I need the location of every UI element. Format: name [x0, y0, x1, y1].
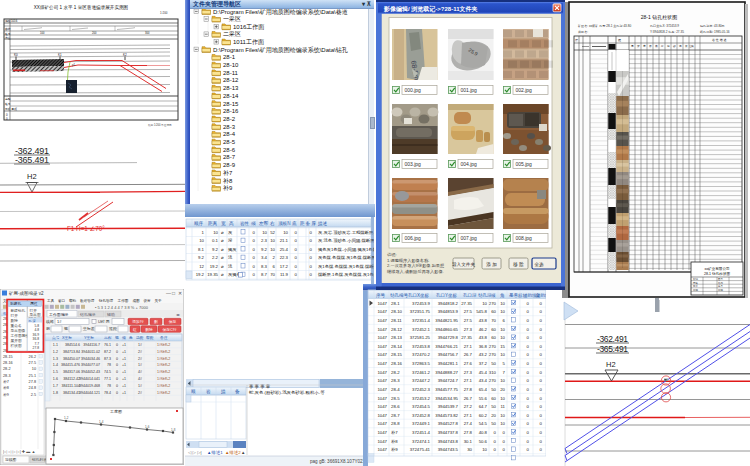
svg-text:10: 10: [500, 352, 505, 357]
svg-text:1#钻孔2: 1#钻孔2: [157, 369, 170, 374]
svg-text:红: 红: [133, 327, 137, 332]
svg-text:工作面: 工作面: [118, 299, 129, 303]
svg-text:3944052.43: 3944052.43: [81, 370, 100, 374]
svg-text:0: 0: [116, 357, 118, 361]
svg-text:70: 70: [491, 318, 496, 323]
svg-text:372453.2: 372453.2: [412, 396, 431, 401]
svg-text:1047: 1047: [377, 396, 387, 401]
svg-text:10: 10: [270, 238, 275, 243]
svg-text:25.4: 25.4: [280, 247, 289, 252]
svg-text:保存C行: 保存C行: [162, 327, 176, 332]
svg-text:厚: 厚: [631, 45, 634, 48]
svg-text:|◁ ◁ ▷ ▷| ✚ ▬ ▲: |◁ ◁ ▷ ▷| ✚ ▬ ▲: [3, 449, 35, 454]
svg-text:0.1: 0.1: [212, 238, 219, 243]
svg-text:层: 层: [649, 45, 652, 48]
svg-text:21.1: 21.1: [280, 238, 289, 243]
svg-text:9.2: 9.2: [261, 247, 268, 252]
svg-text:545.8: 545.8: [476, 309, 487, 314]
svg-text:372449.1: 372449.1: [412, 421, 431, 426]
svg-text:28-15: 28-15: [223, 101, 239, 107]
svg-text:审核: 审核: [693, 281, 698, 285]
svg-text:照: 照: [618, 38, 621, 42]
svg-text:28-14: 28-14: [391, 344, 403, 349]
svg-text:372461.2: 372461.2: [412, 370, 431, 375]
svg-text:372470.2: 372470.2: [412, 352, 431, 357]
svg-text:⌀: ⌀: [221, 272, 224, 277]
svg-text:27.1: 27.1: [464, 344, 473, 349]
svg-text:270: 270: [489, 378, 497, 383]
svg-text:序号: 序号: [376, 293, 386, 298]
svg-text:10: 10: [482, 447, 487, 452]
svg-text:砂: 砂: [672, 44, 676, 48]
svg-text:28-8: 28-8: [391, 421, 400, 426]
svg-text:10: 10: [500, 396, 505, 401]
svg-text:1.调整顺序入影像名称.: 1.调整顺序入影像名称.: [387, 258, 429, 263]
svg-text:270: 270: [489, 344, 497, 349]
svg-text:3944766.21: 3944766.21: [435, 344, 458, 349]
svg-text:9.2: 9.2: [212, 247, 219, 252]
svg-text:28-15: 28-15: [3, 355, 13, 359]
svg-text:87.3: 87.3: [104, 357, 111, 361]
svg-text:4.8: 4.8: [34, 328, 39, 332]
svg-text:坐标差: 坐标差: [82, 326, 95, 331]
svg-text:27.3: 27.3: [464, 370, 473, 375]
svg-text:⌀: ⌀: [221, 255, 224, 260]
svg-text:50: 50: [491, 421, 496, 426]
svg-text:384713.84: 384713.84: [63, 350, 80, 354]
svg-text:43.8: 43.8: [479, 335, 488, 340]
svg-text:0: 0: [295, 255, 298, 260]
svg-text:372351.4: 372351.4: [412, 318, 431, 323]
svg-text:注: 注: [689, 44, 692, 48]
svg-text:372447.2: 372447.2: [412, 378, 431, 383]
svg-text:倾: 倾: [491, 293, 496, 298]
svg-text:2.3: 2.3: [261, 238, 268, 243]
svg-text:+1: +1: [122, 343, 126, 347]
svg-text:3944573.82: 3944573.82: [435, 413, 458, 418]
svg-text:移 除: 移 除: [512, 261, 524, 268]
svg-text:10: 10: [270, 247, 275, 252]
svg-text:张号: 张号: [718, 285, 723, 288]
svg-text:1#钻孔2: 1#钻孔2: [157, 376, 170, 381]
svg-text:+1: +1: [122, 363, 126, 367]
svg-text:10: 10: [32, 367, 36, 371]
svg-text:1#钻孔2: 1#钻孔2: [157, 362, 170, 367]
svg-text:1016: 1016: [11, 19, 18, 23]
svg-text:▲: ▲: [241, 450, 245, 455]
svg-text:视: 视: [63, 326, 68, 331]
svg-text:桩号: 桩号: [4, 102, 11, 106]
svg-text:删除: 删除: [145, 327, 153, 332]
svg-text:15: 15: [500, 344, 505, 349]
svg-text:+1: +1: [122, 384, 126, 388]
svg-text:◂▸: ◂▸: [176, 312, 180, 317]
svg-text:倾: 倾: [122, 336, 126, 340]
svg-text:28-4: 28-4: [223, 131, 236, 137]
svg-text:测: 测: [46, 326, 50, 331]
svg-text:28-12: 28-12: [223, 77, 239, 83]
svg-text:顺: 顺: [191, 389, 196, 394]
svg-text:拟制: 拟制: [693, 278, 698, 281]
svg-text:井田名:: 井田名:: [578, 30, 588, 34]
svg-text:矿区名: xx煤矿 孔号:28-1 主孔深:43: 矿区名: xx煤矿 孔号:28-1 主孔深:43.80: [577, 24, 631, 28]
svg-text:36.8: 36.8: [479, 344, 488, 349]
svg-text:补7: 补7: [3, 379, 9, 384]
svg-text:27.2: 27.2: [464, 404, 473, 409]
svg-text:钻孔深: 钻孔深: [478, 292, 492, 298]
svg-text:27.4: 27.4: [464, 421, 473, 426]
svg-text:⌀: ⌀: [221, 247, 224, 252]
svg-text:22.3: 22.3: [280, 255, 289, 260]
svg-text:0: 0: [253, 247, 256, 252]
svg-text:3944034.46: 3944034.46: [81, 357, 100, 361]
svg-text:Y:3944818.2 标高: 27.35: Y:3944818.2 标高: 27.35: [650, 30, 684, 34]
svg-text:补8: 补8: [222, 177, 233, 184]
svg-text:3944527.8: 3944527.8: [438, 421, 459, 426]
svg-text:45.4: 45.4: [479, 370, 488, 375]
svg-text:27.8: 27.8: [464, 387, 473, 392]
svg-text:0: 0: [253, 238, 256, 243]
svg-text:顺序: 顺序: [194, 221, 204, 226]
svg-text:28-15: 28-15: [391, 352, 403, 357]
svg-text:270: 270: [489, 301, 497, 306]
svg-text:备: 备: [235, 389, 240, 394]
svg-text:辅助: 辅助: [107, 312, 115, 317]
svg-text:3944743.5: 3944743.5: [438, 447, 459, 452]
svg-text:钻孔编号: 钻孔编号: [390, 292, 409, 298]
